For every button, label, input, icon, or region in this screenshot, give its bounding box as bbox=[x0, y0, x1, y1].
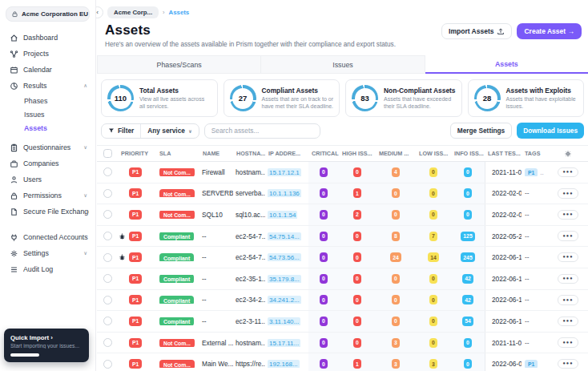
sidebar-item-audit-log[interactable]: Audit Log bbox=[0, 261, 95, 277]
table-row[interactable]: P1Compliant--ec2-54-7...54.73.56...00241… bbox=[97, 247, 588, 268]
row-checkbox[interactable] bbox=[103, 210, 112, 219]
column-header-name[interactable]: NAME bbox=[199, 150, 233, 157]
breadcrumb-org[interactable]: Acme Corp... bbox=[107, 6, 159, 18]
tab-assets[interactable]: Assets bbox=[425, 55, 588, 74]
info-cell: 42 bbox=[451, 268, 485, 289]
table-row[interactable]: P1Not Com...SERVERB...serverba...10.1.1.… bbox=[97, 183, 588, 205]
table-row[interactable]: P1Not Com...SQL10sql10.ac...10.1.1.54020… bbox=[97, 204, 588, 226]
chevron-right-icon: › bbox=[50, 334, 53, 341]
service-dropdown[interactable]: Any service ∨ bbox=[140, 124, 198, 138]
merge-settings-button[interactable]: Merge Settings bbox=[450, 123, 512, 139]
page-title: Assets bbox=[105, 22, 396, 38]
column-header-sla[interactable]: SLA bbox=[156, 150, 199, 157]
sla-cell: Compliant bbox=[156, 317, 199, 325]
name-cell: -- bbox=[199, 296, 233, 304]
row-checkbox[interactable] bbox=[103, 360, 112, 369]
sidebar-item-companies[interactable]: Companies bbox=[0, 155, 95, 171]
stat-card-compliant-assets[interactable]: 27Compliant AssetsAssets that are on tra… bbox=[224, 79, 340, 117]
table-row[interactable]: P1Compliant--ec2-54-7...54.75.14...00871… bbox=[97, 226, 588, 248]
column-header-medium[interactable]: MEDIUM ... bbox=[376, 150, 416, 157]
sidebar-item-results[interactable]: Results∧ bbox=[0, 78, 95, 94]
org-selector[interactable]: Acme Corporation EU bbox=[6, 6, 90, 22]
row-checkbox[interactable] bbox=[103, 338, 112, 347]
row-checkbox[interactable] bbox=[103, 274, 112, 283]
ip-address-link[interactable]: 54.75.14... bbox=[268, 232, 301, 240]
create-asset-button[interactable]: Create Asset → bbox=[517, 23, 582, 39]
ip-address-link[interactable]: 54.73.56... bbox=[268, 253, 301, 261]
search-input[interactable] bbox=[204, 123, 320, 139]
column-header-last-tes[interactable]: LAST TES... bbox=[485, 150, 522, 157]
sidebar-item-users[interactable]: Users bbox=[0, 171, 95, 188]
sidebar-subitem-assets[interactable]: Assets bbox=[0, 121, 95, 135]
stat-card-total-assets[interactable]: 110Total AssetsView all live assets acro… bbox=[101, 79, 218, 117]
column-header-hostna[interactable]: HOSTNA... bbox=[233, 150, 265, 157]
row-actions-button[interactable]: ●●● bbox=[558, 188, 578, 199]
ip-address-link[interactable]: 10.1.1.136 bbox=[268, 189, 301, 197]
column-header-info-iss[interactable]: INFO ISS... bbox=[451, 150, 485, 157]
priority-badge: P1 bbox=[129, 167, 142, 177]
sidebar-item-calendar[interactable]: Calendar bbox=[0, 62, 95, 78]
import-assets-button[interactable]: Import Assets bbox=[441, 23, 512, 39]
row-actions-button[interactable]: ●●● bbox=[558, 252, 578, 263]
column-header-ip-addre[interactable]: IP ADDRE... bbox=[265, 150, 308, 157]
ip-address-link[interactable]: 15.17.11... bbox=[268, 339, 300, 347]
stat-card-assets-with-exploits[interactable]: 28Assets with ExploitsAssets that have e… bbox=[468, 79, 585, 117]
sidebar-item-dashboard[interactable]: Dashboard bbox=[0, 30, 95, 46]
row-checkbox[interactable] bbox=[103, 317, 112, 325]
stat-card-non-compliant-assets[interactable]: 83Non-Compliant AssetsAssets that have e… bbox=[345, 79, 462, 117]
row-checkbox[interactable] bbox=[103, 232, 112, 240]
ip-address-link[interactable]: 15.17.12.1 bbox=[268, 168, 301, 176]
table-row[interactable]: P1Compliant--ec2-34-2...34.241.2...00004… bbox=[97, 290, 588, 312]
ip-address-link[interactable]: 192.168... bbox=[268, 360, 300, 368]
table-row[interactable]: P1Not Com...External ...hostnam...15.17.… bbox=[97, 333, 588, 354]
row-checkbox[interactable] bbox=[103, 296, 112, 304]
sidebar-item-secure-file-exchange[interactable]: Secure File Exchange bbox=[0, 204, 95, 220]
ip-address-link[interactable]: 35.179.8... bbox=[268, 275, 301, 283]
row-actions-button[interactable]: ●●● bbox=[558, 359, 578, 369]
row-actions-button[interactable]: ●●● bbox=[558, 337, 578, 348]
sidebar-subitem-phases[interactable]: Phases bbox=[0, 94, 95, 107]
column-header-priority[interactable]: PRIORITY bbox=[118, 150, 156, 157]
sidebar-item-permissions[interactable]: Permissions∨ bbox=[0, 188, 95, 204]
table-row[interactable]: P1Compliant--ec2-35-1...35.179.8...00004… bbox=[97, 268, 588, 290]
sidebar-item-connected-accounts[interactable]: Connected Accounts bbox=[0, 229, 95, 245]
ip-address-link[interactable]: 3.11.140... bbox=[268, 317, 300, 325]
quick-import-title: Quick Import › bbox=[10, 334, 83, 341]
sidebar-subitem-issues[interactable]: Issues bbox=[0, 107, 95, 121]
sidebar-item-settings[interactable]: Settings∨ bbox=[0, 245, 95, 261]
sidebar-item-questionnaires[interactable]: Questionnaires∨ bbox=[0, 139, 95, 155]
table-row[interactable]: P1Compliant--ec2-3-11...3.11.140...00005… bbox=[97, 311, 588, 333]
row-actions-button[interactable]: ●●● bbox=[558, 167, 578, 178]
row-checkbox[interactable] bbox=[103, 189, 112, 198]
row-actions-button[interactable]: ●●● bbox=[558, 210, 578, 220]
select-all-checkbox[interactable] bbox=[103, 149, 112, 158]
table-row[interactable]: P1Not Com...Main We...https://re...192.1… bbox=[97, 353, 588, 371]
column-header-high-iss[interactable]: HIGH ISS... bbox=[339, 150, 376, 157]
row-actions-button[interactable]: ●●● bbox=[558, 317, 578, 327]
column-header-tags[interactable]: TAGS bbox=[522, 150, 554, 157]
info-count-badge: 42 bbox=[462, 274, 474, 284]
filter-button[interactable]: Filter bbox=[102, 124, 140, 138]
column-header-low-iss[interactable]: LOW ISS... bbox=[416, 150, 451, 157]
quick-import-tooltip[interactable]: Quick Import › Start importing your issu… bbox=[4, 329, 89, 362]
ip-address-link[interactable]: 34.241.2... bbox=[268, 296, 301, 304]
column-header-critical[interactable]: CRITICAL ... bbox=[308, 150, 339, 157]
download-issues-button[interactable]: Download Issues bbox=[517, 123, 584, 139]
tab-phases-scans[interactable]: Phases/Scans bbox=[97, 55, 261, 74]
row-checkbox[interactable] bbox=[103, 167, 112, 176]
row-actions-button[interactable]: ●●● bbox=[558, 231, 578, 241]
row-actions-button[interactable]: ●●● bbox=[558, 295, 578, 305]
row-actions-button[interactable]: ●●● bbox=[558, 274, 578, 284]
medium-count-badge: 24 bbox=[390, 252, 402, 262]
sidebar-item-projects[interactable]: Projects bbox=[0, 46, 95, 62]
table-row[interactable]: P1Not Com...Firewallhostnam...15.17.12.1… bbox=[97, 162, 588, 183]
column-settings-icon[interactable] bbox=[564, 150, 572, 158]
high-cell: 0 bbox=[339, 290, 376, 311]
tab-issues[interactable]: Issues bbox=[261, 55, 425, 74]
ip-address-link[interactable]: 10.1.1.54 bbox=[268, 211, 297, 219]
row-checkbox[interactable] bbox=[103, 253, 112, 262]
low-cell: 0 bbox=[416, 162, 451, 183]
high-cell: 0 bbox=[339, 162, 376, 183]
critical-cell: 0 bbox=[308, 311, 339, 332]
breadcrumb-current[interactable]: Assets bbox=[169, 9, 190, 16]
